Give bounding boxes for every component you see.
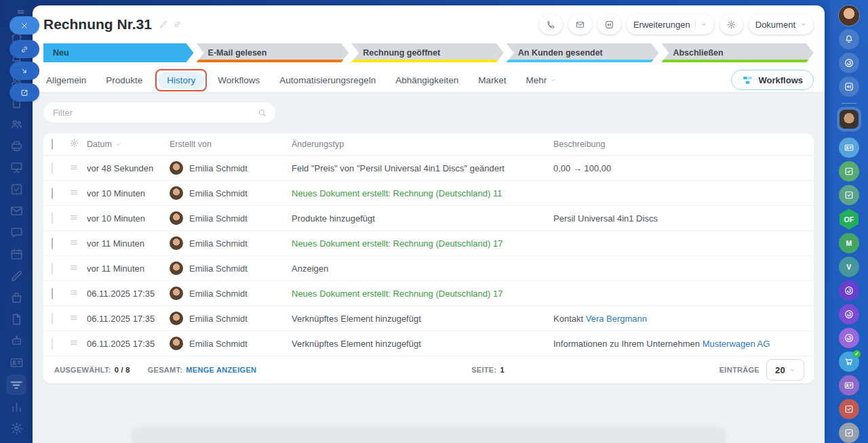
row-change-type: Anzeigen (292, 263, 553, 274)
tab-automatisierungsregeln[interactable]: Automatisierungsregeln (277, 72, 378, 89)
sidebar-item-shop[interactable] (9, 290, 24, 305)
open-new-slider-button[interactable] (9, 83, 39, 102)
column-header-erstellt-von[interactable]: Erstellt von (170, 140, 292, 149)
copilot-rail-button[interactable] (839, 53, 859, 73)
entries-per-page-select[interactable]: 20 (766, 359, 804, 381)
filter-input[interactable] (52, 107, 252, 119)
tab-allgemein[interactable]: Allgemein (43, 72, 89, 89)
row-checkbox[interactable] (52, 163, 53, 174)
row-checkbox[interactable] (52, 313, 53, 324)
stage-an-kunden-gesendet[interactable]: An Kunden gesendet (507, 43, 659, 62)
row-checkbox[interactable] (52, 288, 53, 299)
row-menu-icon[interactable] (69, 288, 79, 297)
phone-button[interactable] (539, 14, 563, 35)
copilot-rail-button[interactable] (839, 328, 859, 348)
search-icon[interactable] (257, 108, 267, 118)
idcard-rail-button[interactable] (839, 375, 859, 396)
table-row[interactable]: vor 11 MinutenEmilia SchmidtNeues Dokume… (43, 231, 814, 256)
stage-neu[interactable]: Neu (43, 43, 194, 62)
row-checkbox[interactable] (52, 263, 53, 274)
menu-icon[interactable] (15, 8, 26, 16)
idcard-rail-button[interactable] (839, 138, 859, 158)
workflows-button[interactable]: Workflows (731, 70, 814, 90)
select-all-checkbox[interactable] (52, 139, 53, 150)
row-checkbox[interactable] (52, 213, 53, 224)
table-row[interactable]: vor 10 MinutenEmilia SchmidtNeues Dokume… (43, 181, 814, 206)
tab-history[interactable]: History (158, 72, 204, 89)
sidebar-item-people[interactable] (9, 117, 24, 132)
table-row[interactable]: vor 11 MinutenEmilia SchmidtAnzeigen (43, 256, 814, 281)
columns-gear-icon[interactable] (69, 138, 79, 148)
sidebar-item-printer[interactable] (9, 138, 24, 154)
sidebar-item-doc[interactable] (9, 312, 24, 327)
row-menu-icon[interactable] (69, 338, 79, 347)
sidebar-item-check-square[interactable] (9, 182, 24, 197)
close-slider-button[interactable] (9, 16, 39, 35)
history-button[interactable] (597, 14, 621, 35)
flowchart-icon (742, 75, 753, 86)
copilot-rail-button[interactable] (839, 304, 859, 324)
erweiterungen-menu-button[interactable]: Erweiterungen (627, 14, 714, 35)
collapse-slider-button[interactable] (9, 62, 39, 80)
table-row[interactable]: 06.11.2025 17:35Emilia SchmidtVerknüpfte… (43, 331, 814, 356)
description-link[interactable]: Vera Bergmann (586, 314, 647, 324)
check-square-rail-button[interactable] (839, 185, 859, 205)
tab-produkte[interactable]: Produkte (103, 72, 145, 89)
table-row[interactable]: vor 48 SekundenEmilia SchmidtFeld "Preis… (43, 156, 814, 181)
sidebar-item-chart[interactable] (9, 399, 24, 415)
tab-workflows[interactable]: Workflows (215, 72, 262, 89)
description-link[interactable]: Musterwagen AG (703, 339, 770, 349)
dokument-menu-button[interactable]: Dokument (749, 14, 814, 35)
cart-rail-button[interactable]: ✓ (839, 352, 859, 372)
badge-m[interactable]: M (839, 233, 859, 253)
copilot-rail-button[interactable] (839, 280, 859, 301)
sidebar-item-chat[interactable] (9, 225, 24, 240)
check-square-rail-button[interactable] (839, 399, 859, 419)
tab-mehr[interactable]: Mehr (524, 72, 559, 89)
row-menu-icon[interactable] (69, 213, 79, 222)
stage-abschlie-en[interactable]: Abschließen (661, 43, 814, 62)
sidebar-item-idcard[interactable] (9, 355, 24, 371)
tab-abhangigkeiten[interactable]: Abhängigkeiten (393, 72, 461, 89)
row-checkbox[interactable] (52, 238, 53, 249)
pencil-icon[interactable] (159, 20, 168, 29)
bell-rail-button[interactable] (839, 29, 859, 49)
column-header-aenderungstyp[interactable]: Änderungstyp (292, 140, 553, 149)
stage-rechnung-geoffnet[interactable]: Rechnung geöffnet (351, 43, 504, 62)
table-row[interactable]: vor 10 MinutenEmilia SchmidtProdukte hin… (43, 206, 814, 231)
stage-e-mail-gelesen[interactable]: E-Mail gelesen (197, 43, 349, 62)
link-slider-button[interactable] (9, 40, 39, 58)
profile-avatar[interactable] (839, 5, 859, 26)
column-header-datum[interactable]: Datum (87, 140, 170, 149)
column-header-beschreibung[interactable]: Beschreibung (553, 140, 804, 149)
row-checkbox[interactable] (52, 188, 53, 199)
tab-label: Automatisierungsregeln (279, 75, 376, 85)
sidebar-item-monitor[interactable] (9, 160, 24, 175)
sidebar-item-mail[interactable] (9, 203, 24, 219)
badge-v[interactable]: V (839, 257, 859, 277)
row-menu-icon[interactable] (69, 163, 79, 172)
check-square-rail-button[interactable] (839, 423, 859, 443)
badge-of[interactable]: OF (840, 209, 859, 230)
row-menu-icon[interactable] (69, 188, 79, 197)
sidebar-item-calendar[interactable] (9, 247, 24, 262)
sidebar-item-filter[interactable] (6, 375, 26, 395)
tab-market[interactable]: Market (475, 72, 509, 89)
row-menu-icon[interactable] (69, 263, 79, 272)
row-checkbox[interactable] (52, 338, 53, 350)
mail-button[interactable] (568, 14, 592, 35)
author-name: Emilia Schmidt (189, 289, 248, 299)
table-row[interactable]: 06.11.2025 17:35Emilia SchmidtNeues Doku… (43, 281, 814, 306)
sidebar-item-pen[interactable] (9, 268, 24, 284)
check-square-rail-button[interactable] (839, 161, 859, 182)
chat-avatar[interactable] (837, 107, 861, 131)
gear-button[interactable] (719, 14, 743, 35)
link-icon[interactable] (173, 20, 182, 29)
table-row[interactable]: 06.11.2025 17:35Emilia SchmidtVerknüpfte… (43, 306, 814, 331)
row-menu-icon[interactable] (69, 238, 79, 247)
history-rail-button[interactable] (839, 77, 859, 97)
row-menu-icon[interactable] (69, 313, 79, 322)
sidebar-item-gear[interactable] (9, 421, 24, 436)
show-total-link[interactable]: MENGE ANZEIGEN (186, 366, 256, 374)
sidebar-item-bot[interactable] (9, 333, 24, 349)
